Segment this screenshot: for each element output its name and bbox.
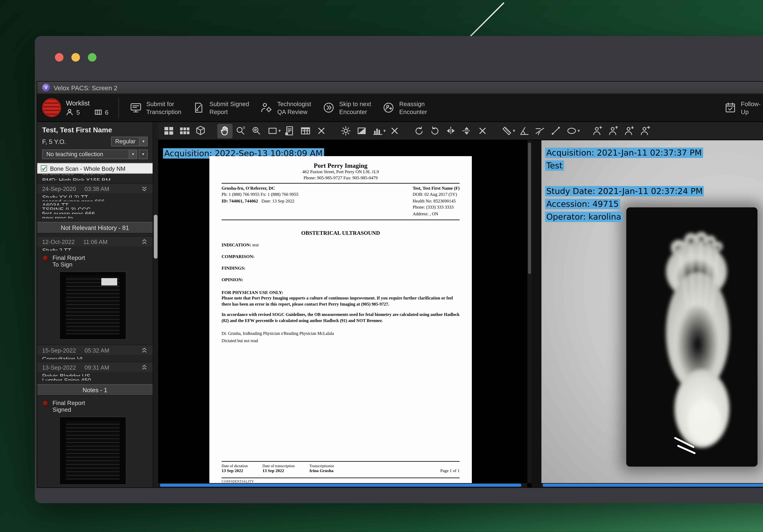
report-thumbnail-block[interactable]: Final Report To Sign: [37, 250, 153, 342]
pacs-window: V Velox PACS: Screen 2 – × Worklist: [37, 81, 763, 488]
findings-label: FINDINGS:: [222, 265, 246, 271]
brightness-button[interactable]: [338, 124, 354, 138]
xray-horizontal-scrollbar[interactable]: [541, 483, 763, 487]
contrast-button[interactable]: [354, 124, 369, 138]
document-vertical-scrollbar[interactable]: [527, 140, 532, 483]
history-date-row[interactable]: 24-Sep-2020 03:38 AM: [37, 183, 153, 193]
collapse-double-chevron-icon[interactable]: [141, 185, 148, 192]
report-thumbnail[interactable]: [59, 416, 126, 485]
worklist-label: Worklist: [66, 99, 108, 107]
cobb-angle-button[interactable]: [532, 124, 548, 138]
patient-action-up-button[interactable]: [605, 124, 621, 138]
report-thumbnail-block[interactable]: Final Report Signed: [37, 396, 153, 487]
flip-horizontal-button[interactable]: [443, 124, 458, 138]
ruler-button[interactable]: [499, 124, 514, 138]
titlebar[interactable]: V Velox PACS: Screen 2 – ×: [37, 82, 763, 94]
patient-action-transfer-button[interactable]: [637, 124, 653, 138]
history-date-partial[interactable]: 06-Dec-2020 04:07 AM: [37, 174, 153, 176]
layout-grid-multi-button[interactable]: [177, 124, 192, 138]
patients-count: 5: [76, 109, 80, 116]
patient-action-add-button[interactable]: [590, 124, 605, 138]
document-viewport[interactable]: Acquisition: 2022-Sep-13 10:08:09 AM Por…: [158, 140, 532, 487]
document-horizontal-scrollbar[interactable]: [158, 483, 527, 487]
priority-select[interactable]: Regular ▾: [111, 136, 148, 146]
shape-select-button[interactable]: [265, 124, 280, 138]
sidebar-scrollbar[interactable]: [153, 122, 158, 487]
dictation-label: Date of dictation: [222, 464, 248, 468]
chevron-down-icon[interactable]: ▾: [578, 128, 580, 133]
zoom-tool-button[interactable]: R: [233, 124, 249, 138]
overlay-line: Study Date: 2021-Jan-11 02:37:24 PM: [545, 186, 704, 196]
collapse-double-chevron-icon[interactable]: [141, 347, 148, 354]
flip-vertical-button[interactable]: [459, 124, 474, 138]
study-item[interactable]: second eugen proc 666: [37, 197, 153, 202]
close-traffic-button[interactable]: [55, 53, 63, 61]
report-panel-button[interactable]: [282, 124, 297, 138]
study-item[interactable]: Study XY (L2) TT: [37, 193, 153, 197]
rotate-ccw-button[interactable]: [427, 124, 443, 138]
grid-view-button[interactable]: [298, 124, 313, 138]
clear-tools-button[interactable]: [314, 124, 329, 138]
angle-button[interactable]: [516, 124, 532, 138]
xray-viewport[interactable]: Acquisition: 2021-Jan-11 02:37:37 PM Tes…: [541, 140, 763, 487]
submit-transcription-button[interactable]: Submit for Transcription: [124, 97, 187, 118]
collection-menu-button[interactable]: ▾: [139, 149, 148, 159]
reset-window-button[interactable]: [387, 124, 402, 138]
study-item[interactable]: first eugen proc 666: [37, 210, 153, 214]
technologist-qa-button[interactable]: Technologist QA Review: [255, 97, 317, 118]
study-item[interactable]: Study 2 TT: [37, 246, 153, 250]
ellipse-roi-button[interactable]: [564, 124, 579, 138]
follow-up-button[interactable]: Follow- Up: [718, 97, 763, 118]
scrollbar-thumb[interactable]: [154, 215, 158, 259]
chevron-down-icon: ▾: [129, 150, 137, 159]
button-label: Reassign: [399, 100, 425, 107]
not-relevant-history-header[interactable]: Not Relevant History - 81: [37, 222, 153, 233]
current-study-checkbox[interactable]: [41, 165, 47, 171]
study-item[interactable]: Pelvis Bladder US: [37, 372, 153, 376]
viewport-splitter[interactable]: [532, 140, 541, 487]
reset-orientation-button[interactable]: [475, 124, 490, 138]
worklist-icon[interactable]: [42, 98, 61, 117]
study-item[interactable]: Consultation VL: [37, 355, 153, 359]
notes-header[interactable]: Notes - 1: [37, 384, 153, 396]
reassign-encounter-button[interactable]: Reassign Encounter: [377, 97, 432, 118]
zoom-traffic-button[interactable]: [88, 53, 96, 61]
study-item[interactable]: Lumber Spine 450: [37, 376, 153, 380]
patient-action-down-button[interactable]: [621, 124, 637, 138]
confidentiality-note: CONFIDENTIALITY: [222, 478, 460, 483]
line-measure-button[interactable]: [548, 124, 563, 138]
current-study-row[interactable]: Bone Scan - Whole Body NM: [37, 163, 153, 174]
button-label: Report: [209, 108, 228, 115]
history-date-row[interactable]: 13-Sep-2022 09:31 AM: [37, 362, 153, 372]
report-thumbnail[interactable]: [59, 271, 126, 340]
pan-tool-button[interactable]: [217, 124, 233, 138]
patient-name: Test, Test First Name: [37, 122, 153, 135]
collapse-double-chevron-icon[interactable]: [141, 364, 148, 371]
study-item[interactable]: A603A TT: [37, 202, 153, 206]
chevron-down-icon[interactable]: ▾: [278, 128, 281, 133]
button-label: Follow-: [741, 100, 761, 107]
history-date: 06-Dec-2020: [42, 174, 74, 176]
history-date-row[interactable]: 15-Sep-2022 05:32 AM: [37, 345, 153, 355]
study-item[interactable]: new proc te: [37, 214, 153, 218]
scrollbar-thumb[interactable]: [543, 484, 763, 487]
chevron-down-icon[interactable]: ▾: [513, 128, 515, 133]
collapse-double-chevron-icon[interactable]: [141, 238, 148, 245]
study-item[interactable]: BMD: High Risk X155 BM: [37, 176, 153, 180]
patient-sidebar: Test, Test First Name F, 5 Y.O. Regular …: [37, 122, 153, 487]
scrollbar-thumb[interactable]: [160, 484, 521, 487]
rotate-cw-button[interactable]: [411, 124, 427, 138]
ellipse-icon: [566, 125, 578, 136]
layout-grid-2x2-button[interactable]: [161, 124, 176, 138]
magnify-region-button[interactable]: [249, 124, 264, 138]
chevron-down-icon[interactable]: ▾: [383, 128, 386, 133]
minimize-traffic-button[interactable]: [71, 53, 80, 61]
history-date-row[interactable]: 12-Oct-2022 11:06 AM: [37, 236, 153, 246]
histogram-button[interactable]: [370, 124, 385, 138]
volume-3d-button[interactable]: [193, 124, 208, 138]
study-item[interactable]: TSPINE (L3) CCC: [37, 206, 153, 210]
skip-next-encounter-button[interactable]: Skip to next Encounter: [317, 97, 377, 118]
submit-signed-report-button[interactable]: Submit Signed Report: [187, 97, 255, 118]
scrollbar-thumb[interactable]: [528, 143, 531, 274]
teaching-collection-select[interactable]: No teaching collection ▾: [42, 149, 137, 159]
